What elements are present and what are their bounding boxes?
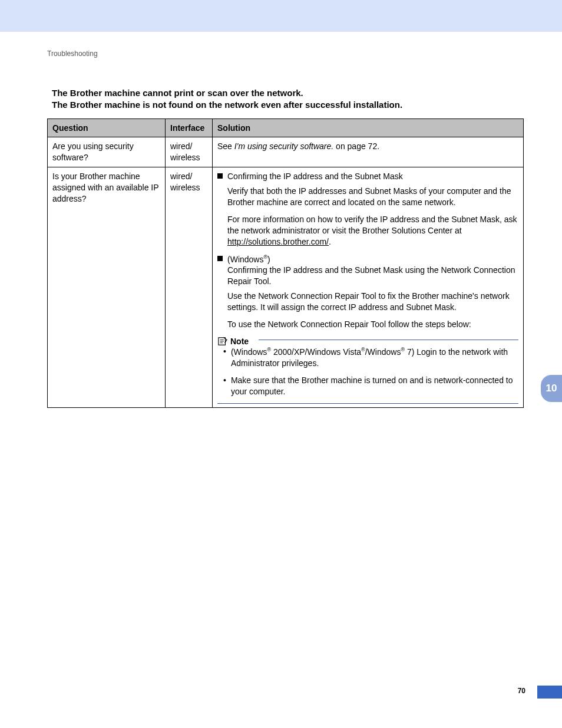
solution-prefix: See: [217, 141, 234, 151]
note-block: Note • (Windows® 2000/XP/Windows Vista®/…: [217, 336, 518, 404]
header-solution: Solution: [213, 118, 524, 137]
square-bullet-icon: [217, 256, 223, 261]
list-text: (Windows® 2000/XP/Windows Vista®/Windows…: [231, 346, 518, 368]
paragraph: To use the Network Connection Repair Too…: [227, 319, 518, 330]
cell-solution: See I'm using security software. on page…: [213, 137, 524, 167]
table-header-row: Question Interface Solution: [48, 118, 524, 137]
text: .: [329, 237, 331, 246]
troubleshooting-table: Question Interface Solution Are you usin…: [47, 118, 524, 408]
chapter-tab: 10: [541, 375, 562, 402]
breadcrumb: Troubleshooting: [47, 50, 524, 58]
square-bullet-icon: [217, 173, 223, 179]
header-band: [0, 0, 562, 32]
page-content: Troubleshooting The Brother machine cann…: [0, 32, 562, 408]
title-line-2: The Brother machine is not found on the …: [52, 100, 402, 110]
list-item: • (Windows® 2000/XP/Windows Vista®/Windo…: [223, 346, 518, 368]
note-icon: [217, 337, 228, 346]
section-title: The Brother machine cannot print or scan…: [52, 87, 524, 111]
text: ): [267, 254, 270, 263]
table-row: Are you using security software? wired/ …: [48, 137, 524, 167]
solution-suffix: on page 72.: [333, 141, 379, 151]
paragraph: Use the Network Connection Repair Tool t…: [227, 291, 518, 313]
note-rule: [217, 340, 518, 340]
bullet-text: (Windows®) Confirming the IP address and…: [227, 253, 518, 287]
bullet-item: Confirming the IP address and the Subnet…: [217, 171, 518, 182]
solution-link[interactable]: I'm using security software.: [234, 141, 333, 151]
header-interface: Interface: [166, 118, 213, 137]
text: For more information on how to verify th…: [227, 215, 517, 235]
note-label: Note: [230, 336, 249, 347]
url-link[interactable]: http://solutions.brother.com/: [227, 237, 329, 246]
bullet-dot-icon: •: [223, 375, 226, 397]
title-line-1: The Brother machine cannot print or scan…: [52, 88, 303, 98]
cell-question: Are you using security software?: [48, 137, 166, 167]
bullet-item: (Windows®) Confirming the IP address and…: [217, 253, 518, 287]
header-question: Question: [48, 118, 166, 137]
bullet-text: Confirming the IP address and the Subnet…: [227, 171, 403, 182]
table-row: Is your Brother machine assigned with an…: [48, 167, 524, 407]
bullet-dot-icon: •: [223, 346, 226, 368]
note-list: • (Windows® 2000/XP/Windows Vista®/Windo…: [223, 346, 518, 397]
page-number: 70: [518, 687, 525, 695]
registered-icon: ®: [361, 347, 365, 353]
text: 2000/XP/Windows Vista: [271, 347, 361, 357]
note-rule: [217, 403, 518, 404]
note-header: Note: [217, 336, 518, 347]
cell-interface: wired/ wireless: [166, 137, 213, 167]
text: Confirming the IP address and the Subnet…: [227, 265, 515, 286]
cell-question: Is your Brother machine assigned with an…: [48, 167, 166, 407]
paragraph: Verify that both the IP addresses and Su…: [227, 186, 518, 208]
paragraph: For more information on how to verify th…: [227, 214, 518, 248]
text: (Windows: [231, 347, 267, 357]
text: (Windows: [227, 254, 263, 263]
cell-solution: Confirming the IP address and the Subnet…: [213, 167, 524, 407]
footer-accent: [537, 686, 562, 699]
text: /Windows: [365, 347, 401, 357]
list-text: Make sure that the Brother machine is tu…: [231, 375, 518, 397]
list-item: • Make sure that the Brother machine is …: [223, 375, 518, 397]
cell-interface: wired/ wireless: [166, 167, 213, 407]
